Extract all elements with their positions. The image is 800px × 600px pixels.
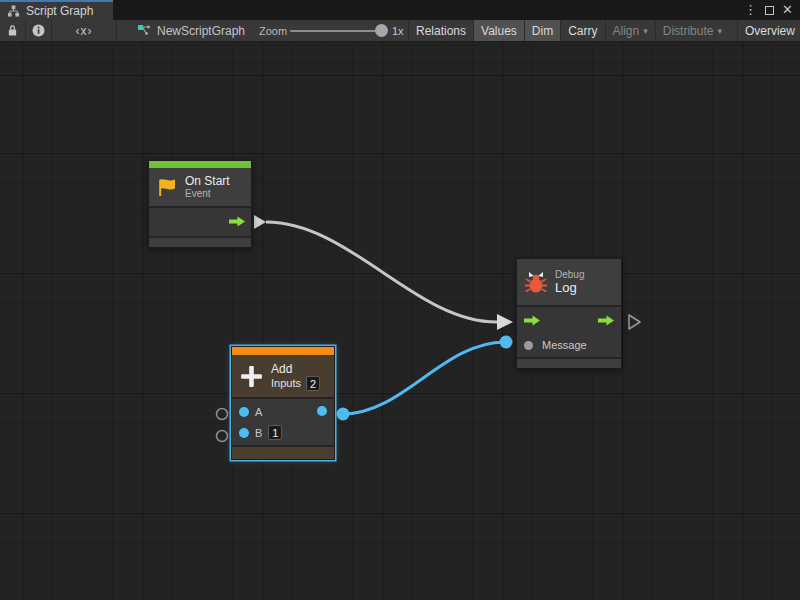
chevron-down-icon: ▾ [643, 26, 648, 36]
port-b-value-field[interactable]: 1 [268, 425, 282, 440]
graph-name-label: NewScriptGraph [157, 24, 245, 38]
close-icon[interactable]: ✕ [782, 0, 793, 20]
node-title: On Start [185, 174, 230, 188]
dim-label: Dim [532, 24, 553, 38]
chevron-down-icon: ▾ [717, 26, 722, 36]
lock-icon [7, 24, 18, 37]
values-label: Values [481, 24, 517, 38]
flow-input-port[interactable] [524, 315, 540, 326]
script-graph-window: Script Graph ⋮ ✕ ‹x› [0, 0, 800, 600]
code-preview-button[interactable]: ‹x› [52, 20, 117, 41]
node-body: Message [517, 307, 621, 357]
info-button[interactable] [26, 20, 52, 41]
node-body: A B 1 [232, 399, 334, 445]
zoom-value: 1x [392, 20, 404, 41]
flow-output-port[interactable] [229, 216, 245, 227]
node-on-start[interactable]: On Start Event [148, 160, 252, 248]
graph-canvas[interactable] [0, 42, 800, 600]
value-input-port-a[interactable] [239, 407, 249, 417]
script-graph-asset-icon [137, 24, 151, 38]
port-b-label: B [255, 427, 262, 439]
overview-button[interactable]: Overview [737, 20, 800, 41]
node-subtitle: Event [185, 188, 230, 200]
node-footer [517, 359, 621, 368]
port-row-b: B 1 [232, 422, 334, 443]
code-icon: ‹x› [76, 24, 93, 38]
node-footer [232, 447, 334, 459]
value-output-port[interactable] [317, 406, 327, 416]
node-footer [149, 238, 251, 247]
flag-icon [156, 176, 178, 198]
node-title: Log [555, 281, 584, 295]
port-a-label: A [255, 406, 262, 418]
zoom-slider-thumb[interactable] [375, 24, 388, 37]
maximize-icon[interactable] [765, 6, 774, 15]
bug-icon [524, 270, 548, 294]
value-input-port-b[interactable] [239, 428, 249, 438]
node-debug-log[interactable]: Debug Log Message [516, 258, 622, 369]
distribute-label: Distribute [663, 24, 714, 38]
message-port-label: Message [542, 339, 587, 351]
zoom-slider-track[interactable] [290, 30, 386, 32]
values-button[interactable]: Values [473, 20, 524, 41]
node-header: On Start Event [149, 168, 251, 206]
carry-button[interactable]: Carry [560, 20, 604, 41]
node-header: Add Inputs 2 [232, 355, 334, 397]
kebab-menu-icon[interactable]: ⋮ [744, 0, 757, 20]
relations-label: Relations [416, 24, 466, 38]
window-controls: ⋮ ✕ [744, 0, 800, 20]
lock-button[interactable] [0, 20, 26, 41]
inputs-label: Inputs [271, 377, 301, 389]
add-accent-bar [232, 347, 334, 355]
port-row-a: A [232, 401, 334, 422]
tab-script-graph[interactable]: Script Graph [0, 0, 113, 20]
align-dropdown[interactable]: Align ▾ [605, 20, 655, 41]
graph-hierarchy-icon [7, 5, 20, 17]
plus-icon [239, 364, 264, 389]
node-body [149, 208, 251, 236]
align-label: Align [613, 24, 640, 38]
toolbar-toggle-group: Relations Values Dim Carry Align ▾ Distr… [408, 20, 800, 41]
flow-output-port[interactable] [598, 315, 614, 326]
node-add[interactable]: Add Inputs 2 A B 1 [231, 346, 335, 460]
info-icon [32, 24, 45, 37]
graph-toolbar: ‹x› NewScriptGraph Zoom 1x Relations Val… [0, 20, 800, 42]
overview-label: Overview [745, 24, 795, 38]
graph-name-button[interactable]: NewScriptGraph [137, 20, 245, 41]
tab-title: Script Graph [26, 4, 93, 18]
message-input-port[interactable] [524, 341, 533, 350]
event-accent-bar [149, 161, 251, 168]
zoom-label: Zoom [259, 20, 287, 41]
node-title: Add [271, 362, 320, 376]
tab-bar: Script Graph ⋮ ✕ [0, 0, 800, 20]
dim-button[interactable]: Dim [524, 20, 560, 41]
distribute-dropdown[interactable]: Distribute ▾ [655, 20, 729, 41]
relations-button[interactable]: Relations [408, 20, 473, 41]
node-header: Debug Log [517, 259, 621, 305]
carry-label: Carry [568, 24, 597, 38]
inputs-count-field[interactable]: 2 [306, 376, 320, 391]
